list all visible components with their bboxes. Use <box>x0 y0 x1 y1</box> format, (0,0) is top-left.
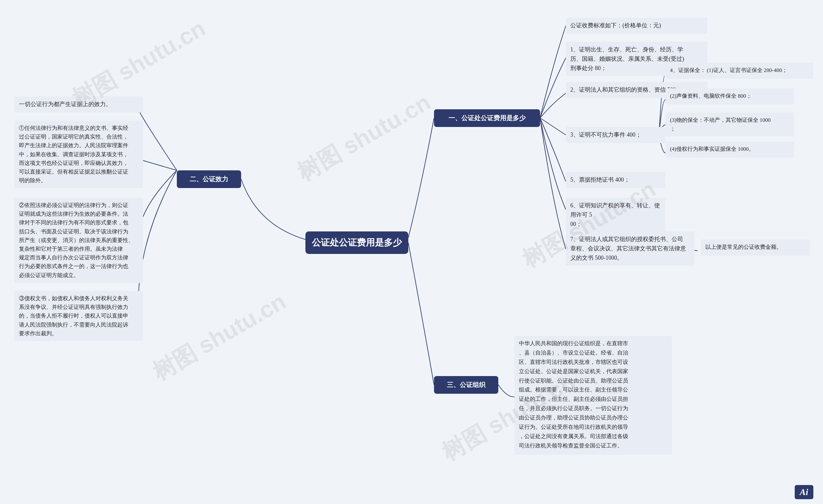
content-c4-3: (3)物的保全：不动产，其它物证保全 1000 ； <box>665 113 794 136</box>
content-b3: 中华人民共和国的现行公证组织是，在直辖市 、县（自治县）、市设立公证处。经省、自… <box>514 336 672 455</box>
mind-map: 公证处公证费用是多少 一、公证处公证费用是多少 二、公证效力 三、公证组织 公证… <box>0 0 823 504</box>
content-c4-label: 3、证明不可抗力事件 400； <box>566 127 665 143</box>
content-c7: 7、证明法人或其它组织的授权委托书、公司 章程、会议决议、其它法律文书其它有法律… <box>566 231 694 266</box>
content-c4-1: 4、证据保全： (1)证人、证言书证保全 200-400； <box>665 63 813 79</box>
content-b2-1: ①任何法律行为和有法律意义的文书、事实经 过公证证明，国家证明它的真实性、合法性… <box>14 121 143 188</box>
watermark-2: 树图 shutu.cn <box>292 87 436 188</box>
content-c4-4: (4)侵权行为和事实证据保全 1000。 <box>665 141 794 158</box>
watermark-4: 树图 shutu.cn <box>147 286 292 387</box>
branch-node-2: 二、公证效力 <box>177 170 241 188</box>
branch-node-3: 三、公证组织 <box>434 376 498 394</box>
content-c7-note: 以上便是常见的公证收费金额。 <box>701 239 810 256</box>
central-node: 公证处公证费用是多少 <box>305 231 408 254</box>
content-c4-2: (2)声像资料、电脑软件保全 800； <box>665 89 794 105</box>
content-c1: 公证收费标准如下：(价格单位：元) <box>566 18 707 34</box>
content-c5: 5、票据拒绝证书 400； <box>566 172 665 188</box>
ai-badge: Ai <box>795 485 813 499</box>
content-b2-3: ③债权文书，如债权人和债务人对权利义务关 系没有争议、并经公证证明具有强制执行效… <box>14 291 143 341</box>
content-b2-2: ②依照法律必须公证证明的法律行为，则公证 证明就成为这些法律行为生效的必要条件。… <box>14 198 143 283</box>
content-c6: 6、证明知识产权的享有、转让、使用许可 5 00； <box>566 198 665 232</box>
content-b2-intro: 一切公证行为都产生证据上的效力。 <box>14 97 143 113</box>
branch-node-1: 一、公证处公证费用是多少 <box>434 109 540 127</box>
